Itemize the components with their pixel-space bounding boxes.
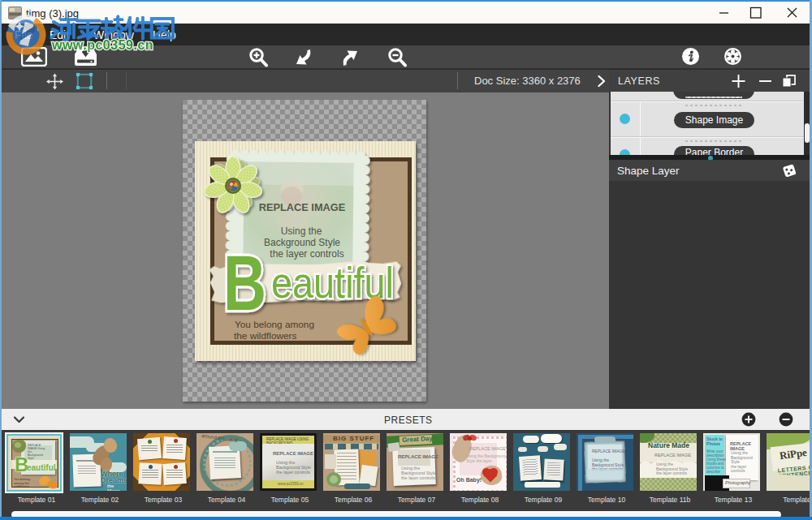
svg-text:the wildflowers: the wildflowers <box>234 330 296 342</box>
svg-text:You belong among: You belong among <box>235 319 314 330</box>
svg-text:B: B <box>223 239 266 327</box>
svg-text:www.pc0359.cn: www.pc0359.cn <box>51 38 153 52</box>
svg-text:Using the: Using the <box>281 226 322 237</box>
svg-text:REPLACE IMAGE: REPLACE IMAGE <box>259 201 346 213</box>
svg-text:Background Style: Background Style <box>264 237 340 248</box>
